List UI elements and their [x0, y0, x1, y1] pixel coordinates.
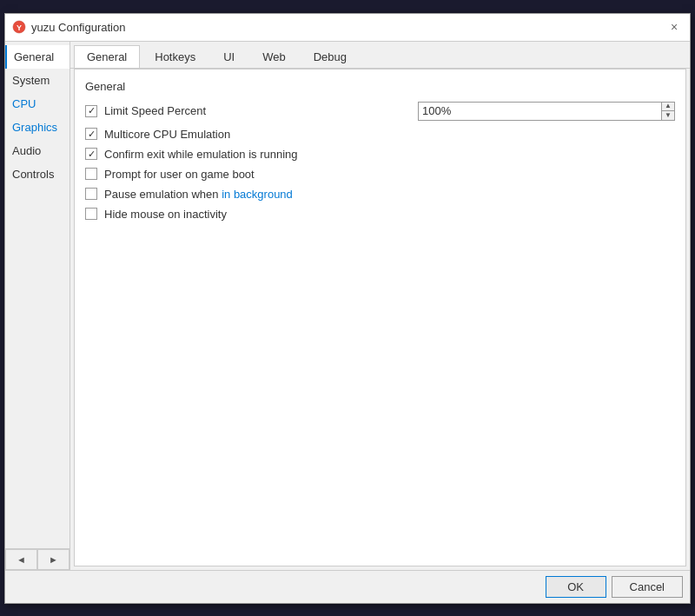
sidebar-item-general[interactable]: General [5, 45, 70, 69]
window-title: yuzu Configuration [31, 21, 125, 34]
checkbox-confirm-exit[interactable] [85, 148, 97, 160]
label-limit-speed: Limit Speed Percent [104, 104, 206, 117]
content-area: General System CPU Graphics Audio Contro… [5, 42, 690, 570]
option-limit-speed-left: Limit Speed Percent [85, 104, 206, 117]
tab-bar: General Hotkeys UI Web Debug [70, 42, 690, 69]
tab-content-general: General Limit Speed Percent ▲ ▼ [74, 69, 686, 566]
bottom-bar: OK Cancel [5, 570, 690, 603]
spin-down-button[interactable]: ▼ [662, 111, 674, 120]
option-hide-mouse: Hide mouse on inactivity [85, 208, 675, 221]
section-title: General [85, 80, 675, 93]
svg-text:Y: Y [17, 23, 22, 32]
sidebar-item-cpu[interactable]: CPU [5, 92, 70, 116]
option-limit-speed: Limit Speed Percent ▲ ▼ [85, 102, 675, 121]
label-confirm-exit: Confirm exit while emulation is running [104, 148, 298, 161]
sidebar-item-system[interactable]: System [5, 69, 70, 92]
option-multicore-cpu: Multicore CPU Emulation [85, 128, 675, 141]
checkbox-pause-background[interactable] [85, 188, 97, 200]
cancel-button[interactable]: Cancel [612, 576, 683, 598]
option-prompt-boot: Prompt for user on game boot [85, 168, 675, 181]
tab-ui[interactable]: UI [210, 45, 248, 68]
tab-hotkeys[interactable]: Hotkeys [142, 45, 208, 68]
sidebar-item-controls[interactable]: Controls [5, 162, 70, 186]
title-bar-left: Y yuzu Configuration [12, 20, 125, 34]
label-prompt-boot: Prompt for user on game boot [104, 168, 255, 181]
sidebar: General System CPU Graphics Audio Contro… [5, 42, 70, 570]
tab-debug[interactable]: Debug [301, 45, 360, 68]
tab-general[interactable]: General [74, 45, 140, 68]
main-window: Y yuzu Configuration × General System CP… [4, 13, 691, 604]
label-multicore-cpu: Multicore CPU Emulation [104, 128, 230, 141]
checkbox-prompt-boot[interactable] [85, 168, 97, 180]
speed-input[interactable] [418, 102, 661, 121]
label-hide-mouse: Hide mouse on inactivity [104, 208, 227, 221]
speed-value-control: ▲ ▼ [418, 102, 675, 121]
option-confirm-exit: Confirm exit while emulation is running [85, 148, 675, 161]
tab-web[interactable]: Web [249, 45, 299, 68]
sidebar-item-graphics[interactable]: Graphics [5, 116, 70, 139]
option-pause-background: Pause emulation when in background [85, 188, 675, 201]
label-pause-background: Pause emulation when in background [104, 188, 293, 201]
nav-right-button[interactable]: ► [37, 549, 70, 570]
checkbox-limit-speed[interactable] [85, 105, 97, 117]
title-bar: Y yuzu Configuration × [5, 14, 690, 42]
checkbox-multicore-cpu[interactable] [85, 128, 97, 140]
highlight-in-background: in background [222, 188, 293, 201]
sidebar-nav: ◄ ► [5, 548, 70, 570]
sidebar-item-audio[interactable]: Audio [5, 139, 70, 162]
spin-up-button[interactable]: ▲ [662, 103, 674, 112]
app-icon: Y [12, 20, 26, 34]
nav-left-button[interactable]: ◄ [5, 549, 37, 570]
speed-spinner: ▲ ▼ [661, 102, 675, 121]
close-button[interactable]: × [665, 18, 683, 36]
main-panel: General Hotkeys UI Web Debug General Lim… [70, 42, 690, 570]
checkbox-hide-mouse[interactable] [85, 208, 97, 220]
ok-button[interactable]: OK [546, 576, 606, 598]
